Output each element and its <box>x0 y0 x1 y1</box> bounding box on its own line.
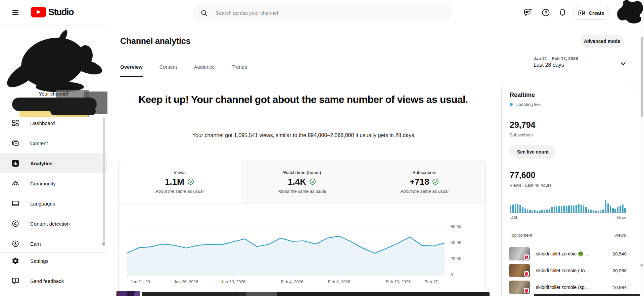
realtime-bar <box>563 205 565 213</box>
svg-text:?: ? <box>545 10 547 15</box>
channel-search-bar[interactable] <box>193 5 452 21</box>
see-live-count-button[interactable]: See live count <box>510 145 556 159</box>
zombie-emoji <box>578 251 583 256</box>
sidebar-item-settings[interactable]: Settings <box>0 251 107 271</box>
metrics-chart-card: Views1.1MAbout the same as usualWatch ti… <box>118 160 486 296</box>
y-axis-tick-label: 0 <box>451 273 471 277</box>
sidebar-item-label: Community <box>30 181 56 186</box>
overview-subtitle: Your channel got 1,095,541 views, simila… <box>135 132 471 138</box>
tab-audience[interactable]: Audience <box>194 62 215 76</box>
realtime-divider <box>510 166 626 166</box>
metric-label: Views <box>174 170 186 175</box>
sidebar-scrollbar[interactable] <box>103 117 105 246</box>
sidebar-item-analytics[interactable]: Analytics <box>0 153 107 173</box>
realtime-bar <box>549 209 550 213</box>
shorts-badge-icon <box>524 271 529 277</box>
metric-label: Watch time (hours) <box>283 170 321 175</box>
realtime-bar <box>554 206 555 213</box>
metric-card-views[interactable]: Views1.1MAbout the same as usual <box>119 160 241 203</box>
bell-icon[interactable] <box>558 8 567 17</box>
search-input[interactable] <box>215 10 451 16</box>
youtube-studio-logo[interactable]: Studio <box>31 7 74 17</box>
realtime-bar <box>571 205 572 213</box>
top-content-rows: skibidi toilet zombie…28,540skibidi toil… <box>509 245 627 296</box>
dollar-icon: $ <box>11 240 19 248</box>
top-content-header: Top content Views <box>510 233 626 238</box>
metric-value: 1.4K <box>288 177 306 187</box>
search-icon <box>193 9 215 17</box>
realtime-bar <box>593 210 594 213</box>
content-icon <box>11 139 19 147</box>
metric-value: +718 <box>410 177 429 187</box>
realtime-bar <box>534 210 536 213</box>
advanced-mode-button[interactable]: Advanced mode <box>580 35 624 48</box>
realtime-bar <box>524 209 526 213</box>
hamburger-menu-icon[interactable] <box>11 8 20 17</box>
realtime-bar <box>622 204 623 213</box>
page-scroll-down-arrow[interactable] <box>640 264 643 267</box>
next-section-peek <box>534 294 644 296</box>
tab-content[interactable]: Content <box>159 62 177 76</box>
metric-note: About the same as usual <box>278 189 326 194</box>
sidebar-item-content-detection[interactable]: Content detection <box>0 214 107 234</box>
sidebar-item-dashboard[interactable]: Dashboard <box>0 113 107 133</box>
account-avatar-redacted[interactable] <box>615 0 644 23</box>
shorts-badge-icon <box>524 288 529 293</box>
tab-label: Trends <box>232 64 247 70</box>
top-content-row[interactable]: skibidi toilet zombie (sp…10,984 <box>509 279 627 296</box>
metric-card-subscribers[interactable]: Subscribers+718About the same as usual <box>363 160 486 203</box>
gear-icon <box>11 257 19 265</box>
realtime-bar <box>527 210 528 213</box>
realtime-bar <box>605 200 606 213</box>
views-line-chart <box>127 222 445 279</box>
metric-card-watch-time-hours[interactable]: Watch time (hours)1.4KAbout the same as … <box>241 160 363 203</box>
date-picker-chevron-down-icon[interactable] <box>618 59 628 68</box>
feedback-sparkle-icon[interactable] <box>523 8 533 17</box>
realtime-bar <box>519 205 521 213</box>
tab-trends[interactable]: Trends <box>232 62 247 76</box>
realtime-bar <box>532 211 533 213</box>
copyright-icon <box>11 220 19 228</box>
help-icon[interactable]: ? <box>541 8 550 17</box>
y-axis-tick-label: 60.0K <box>451 225 471 229</box>
top-content-row[interactable]: skibidi toilet zombie ( to…20,988 <box>509 262 627 279</box>
realtime-bar <box>624 208 626 213</box>
analytics-icon <box>11 159 19 167</box>
realtime-bar <box>595 211 596 213</box>
shorts-badge-icon <box>524 254 529 260</box>
sidebar-footer-menu: SettingsSend feedback <box>0 251 107 291</box>
sidebar-item-community[interactable]: Community <box>0 173 107 193</box>
logo-text: Studio <box>48 7 74 17</box>
realtime-bar <box>556 206 557 213</box>
realtime-bar <box>558 206 560 213</box>
top-content-row[interactable]: skibidi toilet zombie…28,540 <box>509 245 627 262</box>
sidebar-item-languages[interactable]: Languages <box>0 193 107 214</box>
date-period-label: Last 28 days <box>534 62 564 68</box>
realtime-bar <box>585 207 587 213</box>
sidebar-menu: DashboardContentAnalyticsCommunityLangua… <box>0 113 107 254</box>
realtime-bar <box>544 210 545 213</box>
realtime-bar <box>612 208 613 213</box>
next-section-thumbnail-peek <box>116 291 140 296</box>
video-views: 20,988 <box>613 268 627 273</box>
y-axis-tick-label: 40.0K <box>451 240 471 245</box>
realtime-bar <box>610 206 611 213</box>
page-scrollbar-thumb[interactable] <box>641 37 643 117</box>
sidebar-item-content[interactable]: Content <box>0 133 107 153</box>
youtube-play-icon <box>31 7 46 17</box>
realtime-bar <box>529 210 531 213</box>
live-dot-icon <box>510 103 513 106</box>
realtime-bar <box>590 210 592 213</box>
sidebar-item-send-feedback[interactable]: Send feedback <box>0 271 107 291</box>
realtime-axis: -48h Now <box>510 215 626 220</box>
x-axis-tick-label: Jan 21, 20... <box>131 280 154 284</box>
realtime-subscribers-label: Subscribers <box>510 132 533 137</box>
sidebar-scroll-down-arrow[interactable] <box>102 243 105 245</box>
realtime-bar <box>568 205 569 213</box>
video-title: skibidi toilet zombie (sp… <box>536 285 607 290</box>
realtime-bar <box>522 207 523 213</box>
next-section-peek <box>142 292 490 296</box>
realtime-bar <box>598 211 599 213</box>
channel-avatar-redacted[interactable] <box>3 27 103 96</box>
create-button[interactable]: Create <box>573 6 610 20</box>
